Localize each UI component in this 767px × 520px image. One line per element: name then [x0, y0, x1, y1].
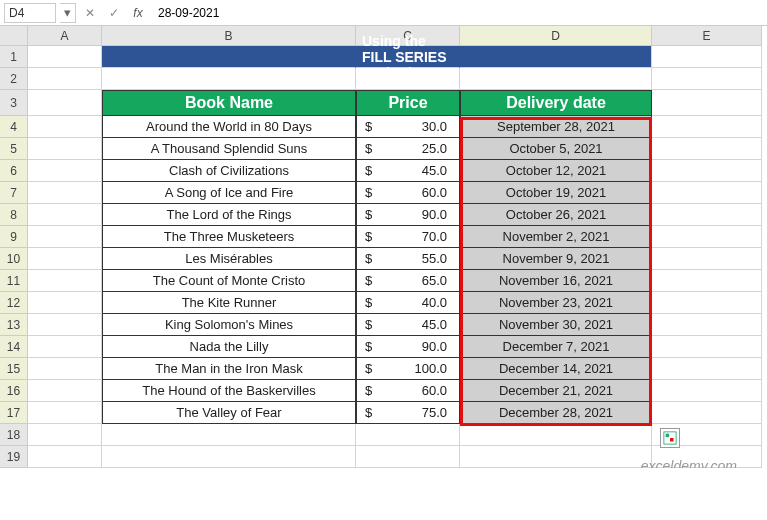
- cell[interactable]: [460, 424, 652, 446]
- cell[interactable]: [28, 270, 102, 292]
- price-cell[interactable]: $25.0: [356, 138, 460, 160]
- cell[interactable]: [652, 380, 762, 402]
- cell[interactable]: [652, 358, 762, 380]
- date-cell[interactable]: November 23, 2021: [460, 292, 652, 314]
- price-cell[interactable]: $90.0: [356, 204, 460, 226]
- price-cell[interactable]: $75.0: [356, 402, 460, 424]
- date-cell[interactable]: December 14, 2021: [460, 358, 652, 380]
- cell[interactable]: [652, 402, 762, 424]
- row-header[interactable]: 14: [0, 336, 28, 358]
- cell[interactable]: [460, 446, 652, 468]
- cell[interactable]: [356, 424, 460, 446]
- row-header[interactable]: 1: [0, 46, 28, 68]
- book-cell[interactable]: The Hound of the Baskervilles: [102, 380, 356, 402]
- date-cell[interactable]: September 28, 2021: [460, 116, 652, 138]
- date-cell[interactable]: December 21, 2021: [460, 380, 652, 402]
- cell[interactable]: [28, 424, 102, 446]
- row-header[interactable]: 13: [0, 314, 28, 336]
- cell[interactable]: [28, 90, 102, 116]
- date-cell[interactable]: December 28, 2021: [460, 402, 652, 424]
- cell[interactable]: [28, 336, 102, 358]
- cell[interactable]: [28, 380, 102, 402]
- book-cell[interactable]: The Three Musketeers: [102, 226, 356, 248]
- cell[interactable]: [652, 68, 762, 90]
- row-header[interactable]: 17: [0, 402, 28, 424]
- column-header[interactable]: D: [460, 26, 652, 46]
- book-cell[interactable]: The Man in the Iron Mask: [102, 358, 356, 380]
- book-cell[interactable]: The Valley of Fear: [102, 402, 356, 424]
- price-cell[interactable]: $55.0: [356, 248, 460, 270]
- cell[interactable]: [102, 446, 356, 468]
- book-cell[interactable]: A Song of Ice and Fire: [102, 182, 356, 204]
- cell[interactable]: [652, 248, 762, 270]
- cell[interactable]: [102, 68, 356, 90]
- date-cell[interactable]: October 19, 2021: [460, 182, 652, 204]
- book-cell[interactable]: Les Misérables: [102, 248, 356, 270]
- cell[interactable]: [28, 358, 102, 380]
- row-header[interactable]: 6: [0, 160, 28, 182]
- cell[interactable]: [102, 424, 356, 446]
- row-header[interactable]: 2: [0, 68, 28, 90]
- row-header[interactable]: 15: [0, 358, 28, 380]
- fx-icon[interactable]: fx: [128, 3, 148, 23]
- row-header[interactable]: 8: [0, 204, 28, 226]
- date-cell[interactable]: October 12, 2021: [460, 160, 652, 182]
- row-header[interactable]: 18: [0, 424, 28, 446]
- cell[interactable]: [652, 226, 762, 248]
- price-cell[interactable]: $40.0: [356, 292, 460, 314]
- cell[interactable]: [28, 446, 102, 468]
- cell[interactable]: [652, 314, 762, 336]
- book-cell[interactable]: The Count of Monte Cristo: [102, 270, 356, 292]
- cell[interactable]: [652, 336, 762, 358]
- cell[interactable]: [652, 138, 762, 160]
- row-header[interactable]: 10: [0, 248, 28, 270]
- price-cell[interactable]: $60.0: [356, 182, 460, 204]
- price-cell[interactable]: $90.0: [356, 336, 460, 358]
- cell[interactable]: [652, 90, 762, 116]
- cell[interactable]: [28, 182, 102, 204]
- date-cell[interactable]: November 9, 2021: [460, 248, 652, 270]
- date-cell[interactable]: November 2, 2021: [460, 226, 652, 248]
- date-cell[interactable]: November 16, 2021: [460, 270, 652, 292]
- row-header[interactable]: 12: [0, 292, 28, 314]
- book-cell[interactable]: Around the World in 80 Days: [102, 116, 356, 138]
- cell[interactable]: [28, 402, 102, 424]
- cell[interactable]: [460, 68, 652, 90]
- cell[interactable]: [28, 314, 102, 336]
- name-box[interactable]: D4: [4, 3, 56, 23]
- cell[interactable]: [28, 68, 102, 90]
- column-header[interactable]: E: [652, 26, 762, 46]
- column-header[interactable]: B: [102, 26, 356, 46]
- formula-input[interactable]: [152, 3, 763, 23]
- row-header[interactable]: 9: [0, 226, 28, 248]
- price-cell[interactable]: $60.0: [356, 380, 460, 402]
- cell[interactable]: [652, 116, 762, 138]
- cell[interactable]: [652, 182, 762, 204]
- cell[interactable]: [652, 46, 762, 68]
- date-cell[interactable]: October 26, 2021: [460, 204, 652, 226]
- cell[interactable]: [28, 248, 102, 270]
- price-cell[interactable]: $65.0: [356, 270, 460, 292]
- book-cell[interactable]: The Lord of the Rings: [102, 204, 356, 226]
- cell[interactable]: [28, 292, 102, 314]
- row-header[interactable]: 4: [0, 116, 28, 138]
- select-all-corner[interactable]: [0, 26, 28, 46]
- price-cell[interactable]: $45.0: [356, 314, 460, 336]
- book-cell[interactable]: A Thousand Splendid Suns: [102, 138, 356, 160]
- date-cell[interactable]: October 5, 2021: [460, 138, 652, 160]
- price-cell[interactable]: $45.0: [356, 160, 460, 182]
- name-box-dropdown-icon[interactable]: ▾: [60, 3, 76, 23]
- book-cell[interactable]: Nada the Lilly: [102, 336, 356, 358]
- row-header[interactable]: 19: [0, 446, 28, 468]
- cell[interactable]: [28, 204, 102, 226]
- cell[interactable]: [652, 292, 762, 314]
- cell[interactable]: [652, 204, 762, 226]
- cell[interactable]: [652, 160, 762, 182]
- price-cell[interactable]: $100.0: [356, 358, 460, 380]
- cell[interactable]: [28, 116, 102, 138]
- cell[interactable]: [28, 226, 102, 248]
- accept-icon[interactable]: ✓: [104, 3, 124, 23]
- cell[interactable]: [652, 270, 762, 292]
- cell[interactable]: [28, 138, 102, 160]
- row-header[interactable]: 11: [0, 270, 28, 292]
